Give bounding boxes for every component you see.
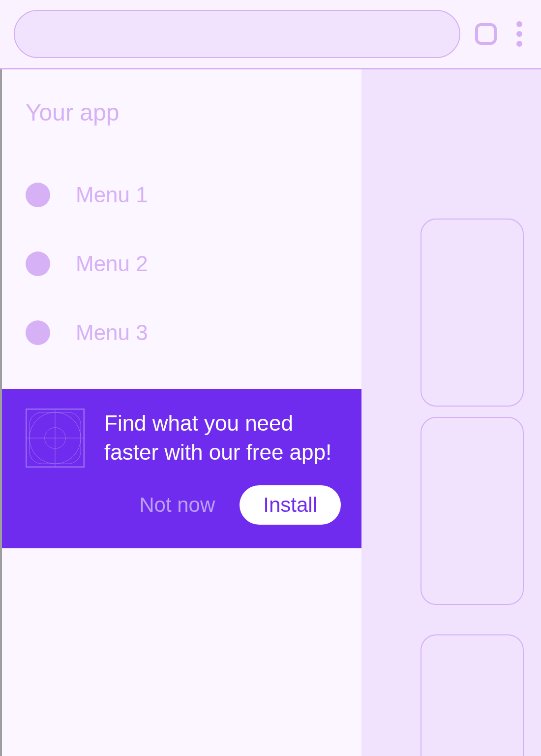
menu-icon <box>26 320 50 345</box>
navigation-drawer: Your app Menu 1 Menu 2 Menu 3 <box>2 69 361 756</box>
tabs-icon[interactable] <box>475 23 497 45</box>
drawer-title: Your app <box>2 69 361 146</box>
menu-label: Menu 1 <box>76 183 148 207</box>
banner-text: Find what you need faster with our free … <box>104 409 341 467</box>
menu-label: Menu 3 <box>76 320 148 345</box>
browser-top-bar <box>0 0 541 69</box>
menu-item-2[interactable]: Menu 2 <box>2 229 361 298</box>
menu-list: Menu 1 Menu 2 Menu 3 <box>2 146 361 382</box>
menu-item-3[interactable]: Menu 3 <box>2 298 361 367</box>
menu-icon <box>26 183 50 207</box>
menu-icon <box>26 252 50 276</box>
overflow-menu-icon[interactable] <box>511 21 527 47</box>
install-button[interactable]: Install <box>240 485 341 525</box>
background-card <box>421 634 524 756</box>
menu-label: Menu 2 <box>76 252 148 276</box>
menu-item-1[interactable]: Menu 1 <box>2 160 361 229</box>
url-bar[interactable] <box>14 10 460 58</box>
content-area: Your app Menu 1 Menu 2 Menu 3 <box>0 69 541 756</box>
app-template-icon <box>26 409 85 468</box>
not-now-button[interactable]: Not now <box>139 493 215 517</box>
background-card <box>421 417 524 605</box>
install-banner: Find what you need faster with our free … <box>2 389 361 548</box>
background-card <box>421 219 524 407</box>
